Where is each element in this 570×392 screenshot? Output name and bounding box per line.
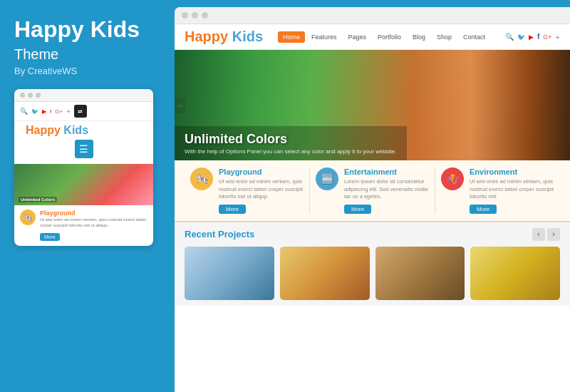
browser-panel: Happy Kids Home Features Pages Portfolio… [175,7,570,392]
search-icon: 🔍 [20,108,28,115]
dot-2 [28,93,33,98]
mobile-playground-icon: 🎠 [20,210,36,225]
environment-text: Ut wisi enim ad minim veniam, quis nostr… [470,178,554,201]
recent-header: Recent Projects ‹ › [185,228,560,241]
feature-entertainment: 🔤 Entertainment Lorem ipsum dolor sit co… [310,167,435,214]
recent-card-4[interactable] [470,247,560,300]
nav-portfolio[interactable]: Portfolio [373,31,406,43]
site-logo: Happy Kids [185,29,263,45]
playground-more-button[interactable]: More [219,205,246,214]
next-arrow-button[interactable]: › [547,228,560,241]
mobile-share-button[interactable]: ⇄ [74,105,87,118]
mobile-logo-kids: Kids [61,124,88,136]
mobile-section-title: Playground [40,210,147,217]
entertainment-text: Lorem ipsum dolor sit consectetur adipis… [344,178,429,201]
entertainment-body: Entertainment Lorem ipsum dolor sit cons… [344,167,429,214]
youtube-icon: ▶ [42,108,46,115]
site-youtube-icon: ▶ [529,33,534,41]
playground-text: Ut wisi enim ad minim veniam, quis nostr… [219,178,304,201]
site-google-icon: G+ [543,33,551,41]
nav-pages[interactable]: Pages [343,31,371,43]
site-header: Happy Kids Home Features Pages Portfolio… [175,24,570,50]
playground-title: Playground [219,167,304,176]
environment-icon: 🪁 [441,167,464,190]
recent-title: Recent Projects [185,229,254,239]
playground-body: Playground Ut wisi enim ad minim veniam,… [219,167,304,214]
dot-1 [20,93,25,98]
environment-body: Environment Ut wisi enim ad minim veniam… [470,167,554,214]
site-nav: Home Features Pages Portfolio Blog Shop … [278,31,490,43]
mobile-titlebar [14,89,153,102]
left-panel: Happy Kids Theme By CreativeWS 🔍 🐦 ▶ f G… [0,0,175,392]
mobile-hero-image: Unlimited Colors [14,164,153,205]
theme-subtitle: Theme [14,46,160,63]
mobile-hamburger-button[interactable]: ☰ [75,140,93,158]
recent-card-3[interactable] [375,247,465,300]
browser-bar [175,7,570,24]
mobile-playground-section: 🎠 Playground Ut wisi enim ad minim venia… [14,205,153,246]
nav-home[interactable]: Home [278,31,305,43]
mobile-logo-happy: Happy [26,124,61,136]
features-section: 🎠 Playground Ut wisi enim ad minim venia… [175,160,570,222]
theme-title: Happy Kids [14,17,160,42]
recent-arrows: ‹ › [532,228,560,241]
playground-icon: 🎠 [190,167,213,190]
theme-byline: By CreativeWS [14,66,160,76]
add-icon: + [66,108,71,115]
prev-arrow-button[interactable]: ‹ [532,228,545,241]
site-hero-title: Unlimited Colors [185,132,397,147]
browser-dot-3 [202,12,208,19]
dot-3 [36,93,41,98]
nav-blog[interactable]: Blog [408,31,430,43]
nav-shop[interactable]: Shop [432,31,457,43]
hamburger-icon: ☰ [79,143,88,155]
recent-projects-section: Recent Projects ‹ › [175,222,570,306]
browser-dot-2 [192,12,198,19]
mobile-section-text: Ut wisi enim ad minim veniam, quis nostr… [40,217,147,229]
mobile-preview: 🔍 🐦 ▶ f G+ + ⇄ Happy Kids ☰ Unlimited Co… [14,89,153,246]
mobile-hero-text: Unlimited Colors [19,197,57,202]
site-add-icon: + [556,33,560,41]
site-search-icon: 🔍 [505,33,514,41]
site-logo-happy: Happy [185,29,228,44]
facebook-icon: f [50,108,51,115]
nav-features[interactable]: Features [306,31,342,43]
site-twitter-icon: 🐦 [517,33,525,41]
entertainment-title: Entertainment [344,167,429,176]
site-hero: ⇄ Unlimited Colors With the help of Opti… [175,50,570,160]
recent-card-1[interactable] [185,247,274,300]
entertainment-icon: 🔤 [316,167,338,190]
browser-dot-1 [182,12,188,19]
twitter-icon: 🐦 [31,108,38,115]
site-hero-overlay: Unlimited Colors With the help of Option… [175,126,407,160]
mobile-nav-bar: 🔍 🐦 ▶ f G+ + ⇄ [14,102,153,121]
feature-playground: 🎠 Playground Ut wisi enim ad minim venia… [185,167,310,214]
environment-more-button[interactable]: More [470,205,497,214]
mobile-logo-area: Happy Kids [14,121,153,140]
mobile-section-content: Playground Ut wisi enim ad minim veniam,… [40,210,147,242]
browser-content: Happy Kids Home Features Pages Portfolio… [175,24,570,392]
site-facebook-icon: f [537,33,539,41]
site-social-icons: 🔍 🐦 ▶ f G+ + [505,33,560,41]
site-hero-subtitle: With the help of Options Panel you can s… [185,148,397,155]
recent-card-2[interactable] [280,247,370,300]
recent-grid [185,247,560,300]
google-icon: G+ [55,108,63,115]
mobile-more-button[interactable]: More [40,233,60,241]
site-logo-kids: Kids [228,29,263,44]
nav-contact[interactable]: Contact [458,31,490,43]
environment-title: Environment [470,167,554,176]
feature-environment: 🪁 Environment Ut wisi enim ad minim veni… [435,167,560,214]
entertainment-more-button[interactable]: More [344,205,371,214]
